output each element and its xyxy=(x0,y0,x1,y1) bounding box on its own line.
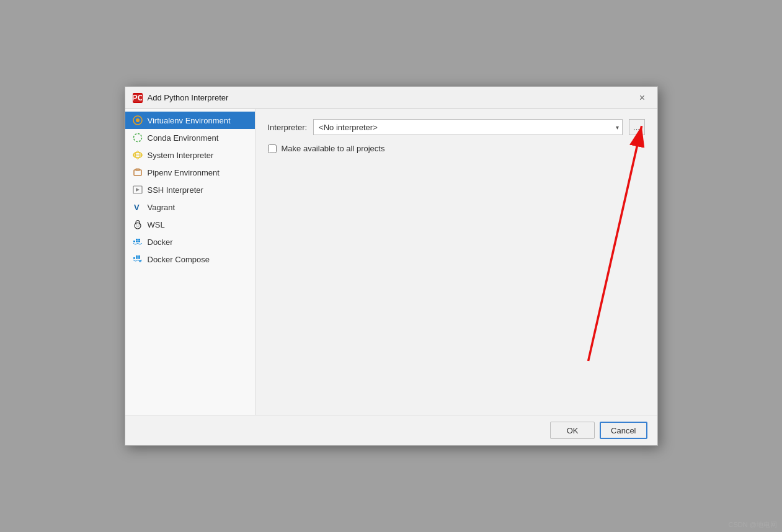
make-available-checkbox[interactable] xyxy=(268,144,277,153)
sidebar-item-system[interactable]: System Interpreter xyxy=(125,146,255,164)
sidebar-item-vagrant-label: Vagrant xyxy=(148,203,176,212)
title-bar-left: PC Add Python Interpreter xyxy=(133,93,229,103)
pipenv-icon xyxy=(133,167,143,177)
sidebar-item-virtualenv-label: Virtualenv Environment xyxy=(148,116,231,125)
svg-rect-22 xyxy=(136,255,138,257)
sidebar-item-wsl[interactable]: WSL xyxy=(125,216,255,233)
ssh-icon xyxy=(133,185,143,195)
dialog-body: Virtualenv Environment Conda Environment xyxy=(125,109,657,415)
sidebar-item-ssh-label: SSH Interpreter xyxy=(148,185,203,195)
svg-rect-20 xyxy=(133,257,135,259)
sidebar-item-vagrant[interactable]: V Vagrant xyxy=(125,198,255,216)
app-icon: PC xyxy=(133,93,143,103)
svg-rect-17 xyxy=(138,241,140,242)
sidebar-item-system-label: System Interpreter xyxy=(148,151,214,160)
svg-rect-18 xyxy=(136,239,138,241)
sidebar-item-wsl-label: WSL xyxy=(148,220,165,229)
sidebar-item-docker-compose[interactable]: Docker Compose xyxy=(125,250,255,268)
svg-rect-21 xyxy=(136,257,138,259)
svg-point-3 xyxy=(136,118,140,122)
svg-point-4 xyxy=(133,134,141,142)
svg-rect-24 xyxy=(138,255,140,257)
sidebar-item-docker-label: Docker xyxy=(148,237,173,247)
svg-rect-23 xyxy=(138,257,140,259)
wsl-icon xyxy=(133,219,143,229)
docker-compose-icon xyxy=(133,254,143,264)
sidebar-item-conda-label: Conda Environment xyxy=(148,133,219,143)
svg-line-27 xyxy=(588,126,641,361)
svg-marker-10 xyxy=(136,188,140,192)
virtualenv-icon xyxy=(133,115,143,125)
add-python-interpreter-dialog: PC Add Python Interpreter × Virtualenv E… xyxy=(125,86,658,446)
conda-icon xyxy=(133,133,143,143)
sidebar-item-docker-compose-label: Docker Compose xyxy=(148,255,210,264)
svg-text:V: V xyxy=(134,203,140,212)
sidebar-item-docker[interactable]: Docker xyxy=(125,233,255,250)
watermark: CSDN @地电网 xyxy=(729,520,777,530)
sidebar-item-ssh[interactable]: SSH Interpreter xyxy=(125,181,255,198)
sidebar-item-pipenv[interactable]: Pipenv Environment xyxy=(125,164,255,181)
docker-icon xyxy=(133,237,143,247)
main-panel: Interpreter: <No interpreter> ▾ ... Make… xyxy=(255,109,657,415)
cancel-button[interactable]: Cancel xyxy=(600,422,647,439)
red-arrow-annotation xyxy=(255,109,657,415)
make-available-row: Make available to all projects xyxy=(268,144,645,153)
title-bar: PC Add Python Interpreter × xyxy=(125,87,657,109)
svg-point-14 xyxy=(136,223,139,227)
dialog-title: Add Python Interpreter xyxy=(148,93,229,102)
close-button[interactable]: × xyxy=(635,91,650,105)
interpreter-label: Interpreter: xyxy=(268,123,308,132)
dialog-footer: OK Cancel xyxy=(125,415,657,445)
sidebar: Virtualenv Environment Conda Environment xyxy=(125,109,255,415)
browse-button[interactable]: ... xyxy=(629,119,645,135)
vagrant-icon: V xyxy=(133,202,143,212)
interpreter-select-wrapper: <No interpreter> ▾ xyxy=(313,119,622,135)
svg-rect-15 xyxy=(133,241,135,242)
sidebar-item-virtualenv[interactable]: Virtualenv Environment xyxy=(125,112,255,129)
sidebar-item-pipenv-label: Pipenv Environment xyxy=(148,168,220,177)
svg-rect-19 xyxy=(138,239,140,241)
system-icon xyxy=(133,150,143,160)
ok-button[interactable]: OK xyxy=(550,422,595,439)
svg-text:PC: PC xyxy=(133,94,142,102)
svg-point-25 xyxy=(139,260,141,262)
make-available-label[interactable]: Make available to all projects xyxy=(282,144,385,153)
interpreter-select[interactable]: <No interpreter> xyxy=(313,119,622,135)
sidebar-item-conda[interactable]: Conda Environment xyxy=(125,129,255,146)
svg-rect-16 xyxy=(136,241,138,242)
interpreter-row: Interpreter: <No interpreter> ▾ ... xyxy=(268,119,645,135)
